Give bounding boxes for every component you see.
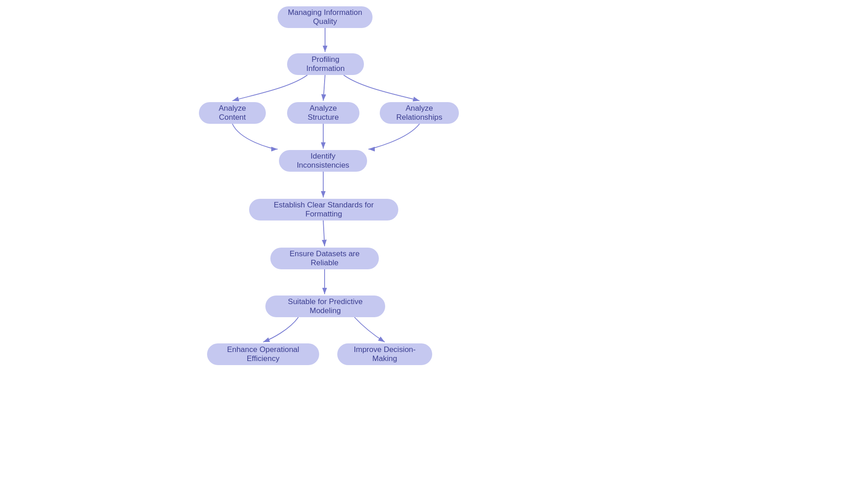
- svg-line-5: [323, 221, 325, 246]
- node-analyze-relationships: Analyze Relationships: [380, 102, 459, 124]
- connections-svg: [0, 0, 868, 488]
- node-enhance-efficiency: Enhance Operational Efficiency: [207, 343, 319, 365]
- node-analyze-content: Analyze Content: [199, 102, 266, 124]
- node-identify-inconsistencies: Identify Inconsistencies: [279, 150, 367, 172]
- diagram-container: Managing Information Quality Profiling I…: [0, 0, 868, 488]
- node-establish-standards: Establish Clear Standards for Formatting: [249, 199, 398, 221]
- node-ensure-datasets: Ensure Datasets are Reliable: [270, 248, 379, 269]
- node-improve-decision: Improve Decision-Making: [337, 343, 432, 365]
- node-profiling-information: Profiling Information: [287, 53, 364, 75]
- svg-line-2: [323, 75, 325, 101]
- node-analyze-structure: Analyze Structure: [287, 102, 359, 124]
- node-suitable-predictive: Suitable for Predictive Modeling: [265, 296, 385, 317]
- node-managing-info-quality: Managing Information Quality: [278, 6, 373, 28]
